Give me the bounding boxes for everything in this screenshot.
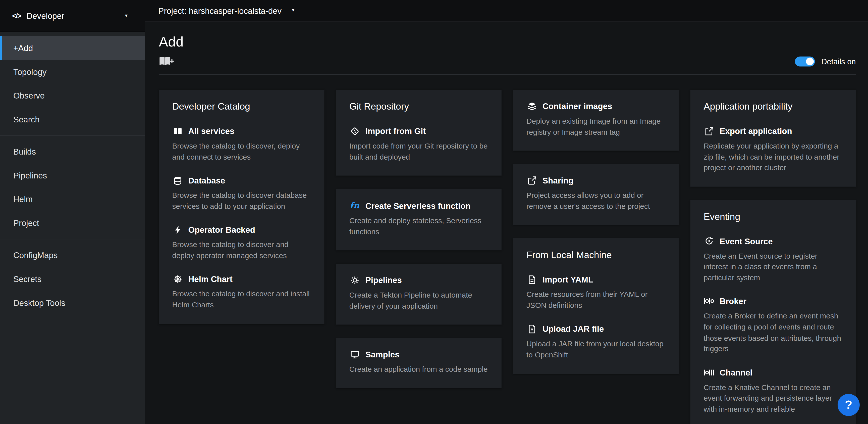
item-description: Create and deploy stateless, Serverless … [349, 216, 488, 237]
chevron-down-icon: ▼ [291, 8, 295, 13]
nav-group-2: Builds Pipelines Helm Project [0, 135, 145, 239]
sidebar-item-topology[interactable]: Topology [0, 60, 145, 84]
item-description: Browse the catalog to discover and insta… [172, 289, 311, 310]
card-serverless-function[interactable]: fn Create Serverless function Create and… [336, 189, 502, 251]
item-description: Create resources from their YAML or JSON… [526, 289, 665, 311]
sidebar-item-configmaps[interactable]: ConfigMaps [0, 243, 145, 267]
code-icon: </> [12, 11, 21, 20]
sidebar-item-label: +Add [13, 43, 33, 53]
card-title: Eventing [704, 211, 842, 222]
item-description: Create a Broker to define an event mesh … [704, 311, 842, 354]
perspective-label: Developer [26, 11, 64, 20]
import-yaml-icon [526, 275, 537, 284]
item-title: Import YAML [542, 275, 593, 284]
sidebar-item-pipelines[interactable]: Pipelines [0, 163, 145, 187]
item-description: Browse the catalog to discover database … [172, 190, 311, 211]
add-item-event-source[interactable]: Event Source Create an Event source to r… [704, 236, 842, 283]
add-item-import-yaml[interactable]: Import YAML Create resources from their … [526, 275, 665, 311]
card-developer-catalog: Developer Catalog All services Browse th… [159, 90, 324, 324]
add-item-channel[interactable]: Channel Create a Knative Channel to crea… [704, 368, 842, 415]
toggle-switch-on[interactable] [795, 56, 815, 66]
item-head: Operator Backed [172, 225, 311, 234]
git-icon [349, 127, 360, 136]
page-header-row: Details on [159, 55, 856, 67]
add-item-pipelines[interactable]: Pipelines Create a Tekton Pipeline to au… [349, 276, 488, 312]
item-title: Sharing [542, 176, 574, 185]
upload-jar-icon [526, 324, 537, 333]
sidebar-item-project[interactable]: Project [0, 211, 145, 235]
item-head: Pipelines [349, 276, 488, 285]
sidebar-item-builds[interactable]: Builds [0, 140, 145, 163]
operator-backed-icon [172, 225, 183, 234]
grid-column-3: Container images Deploy an existing Imag… [513, 90, 679, 374]
project-selector-label: Project: harshcasper-localsta-dev [158, 6, 282, 15]
item-title: Helm Chart [188, 275, 232, 284]
sidebar-item-label: Project [13, 218, 39, 227]
broker-icon [704, 297, 714, 305]
add-item-helm-chart[interactable]: Helm Chart Browse the catalog to discove… [172, 275, 311, 311]
sidebar-item-add[interactable]: +Add [0, 36, 145, 60]
sidebar-item-label: Pipelines [13, 171, 47, 180]
sidebar-item-label: Observe [13, 91, 45, 100]
card-application-portability: Application portability Export applicati… [690, 90, 856, 187]
card-title: Git Repository [349, 101, 488, 112]
perspective-switcher[interactable]: </> Developer ▼ [0, 0, 145, 32]
item-head: Import from Git [349, 126, 488, 136]
add-item-import-from-git[interactable]: Import from Git Import code from your Gi… [349, 126, 488, 163]
openshift-dev-console: </> Developer ▼ +Add Topology Observe Se… [0, 0, 868, 424]
card-container-images[interactable]: Container images Deploy an existing Imag… [513, 90, 679, 151]
nav-group-1: +Add Topology Observe Search [0, 32, 145, 135]
add-item-database[interactable]: Database Browse the catalog to discover … [172, 176, 311, 212]
item-title: Import from Git [366, 126, 426, 136]
sidebar-item-label: Search [13, 115, 40, 124]
sidebar-item-label: Helm [13, 195, 33, 204]
item-description: Browse the catalog to discover, deploy a… [172, 141, 311, 162]
add-item-broker[interactable]: Broker Create a Broker to define an even… [704, 296, 842, 355]
add-item-all-services[interactable]: All services Browse the catalog to disco… [172, 126, 311, 163]
card-title: Application portability [704, 101, 842, 112]
serverless-fn-icon: fn [349, 201, 360, 210]
event-source-icon [704, 237, 714, 246]
add-item-operator-backed[interactable]: Operator Backed Browse the catalog to di… [172, 225, 311, 261]
sidebar-item-observe[interactable]: Observe [0, 84, 145, 108]
add-item-container-images[interactable]: Container images Deploy an existing Imag… [526, 101, 665, 138]
item-description: Create an Event source to register inter… [704, 251, 842, 283]
project-selector[interactable]: Project: harshcasper-localsta-dev ▼ [145, 0, 868, 22]
samples-icon [349, 350, 360, 359]
sidebar-item-secrets[interactable]: Secrets [0, 267, 145, 291]
add-item-upload-jar-file[interactable]: Upload JAR file Upload a JAR file from y… [526, 324, 665, 360]
grid-column-2: Git Repository Import from Git Import co… [336, 90, 502, 388]
card-pipelines[interactable]: Pipelines Create a Tekton Pipeline to au… [336, 264, 502, 325]
add-item-export-application[interactable]: Export application Replicate your applic… [704, 126, 842, 173]
card-samples[interactable]: Samples Create an application from a cod… [336, 338, 502, 388]
item-head: Sharing [526, 176, 665, 185]
card-git-repository: Git Repository Import from Git Import co… [336, 90, 502, 176]
item-description: Replicate your application by exporting … [704, 141, 842, 173]
help-button[interactable]: ? [838, 394, 860, 416]
item-head: Event Source [704, 236, 842, 246]
add-item-sharing[interactable]: Sharing Project access allows you to add… [526, 176, 665, 212]
card-sharing[interactable]: Sharing Project access allows you to add… [513, 164, 679, 225]
card-title: Developer Catalog [172, 101, 311, 112]
sidebar-item-desktop-tools[interactable]: Desktop Tools [0, 291, 145, 315]
add-page: Add Details on Developer Catalog [145, 22, 868, 424]
details-toggle[interactable]: Details on [795, 56, 856, 66]
item-title: Upload JAR file [542, 324, 604, 334]
item-title: Broker [719, 296, 746, 306]
item-head: Samples [349, 350, 488, 359]
export-application-icon [704, 127, 714, 136]
sidebar-item-label: Builds [13, 147, 36, 156]
add-item-samples[interactable]: Samples Create an application from a cod… [349, 350, 488, 375]
page-title: Add [159, 34, 856, 50]
item-title: Event Source [719, 236, 773, 246]
item-title: Operator Backed [188, 225, 255, 234]
sidebar: </> Developer ▼ +Add Topology Observe Se… [0, 0, 145, 424]
main-area: Project: harshcasper-localsta-dev ▼ Add … [145, 0, 868, 424]
toggle-knob [806, 57, 814, 65]
sidebar-item-helm[interactable]: Helm [0, 187, 145, 211]
add-item-create-serverless-function[interactable]: fn Create Serverless function Create and… [349, 201, 488, 237]
sidebar-item-search[interactable]: Search [0, 108, 145, 132]
item-title: Create Serverless function [366, 201, 471, 210]
sidebar-nav: +Add Topology Observe Search Builds Pipe… [0, 32, 145, 424]
sidebar-item-label: Desktop Tools [13, 298, 65, 307]
